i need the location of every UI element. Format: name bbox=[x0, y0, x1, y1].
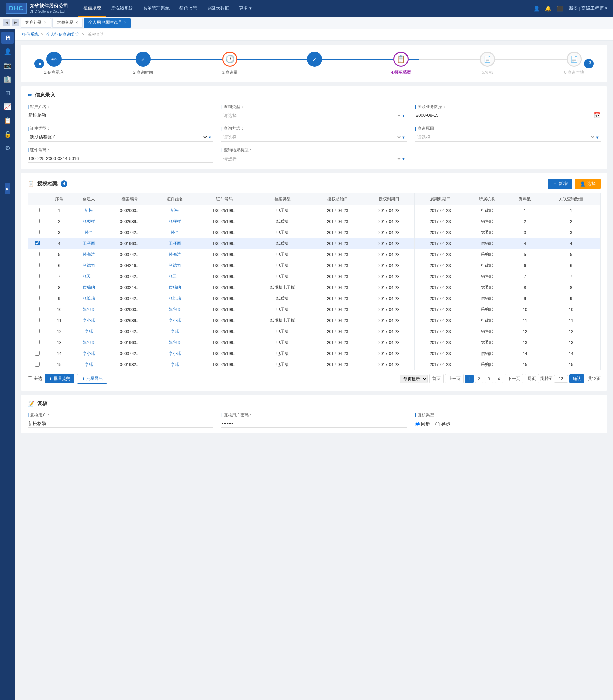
row-checkbox[interactable] bbox=[35, 285, 40, 289]
last-page-btn[interactable]: 尾页 bbox=[525, 374, 539, 383]
tab-user-attr-close[interactable]: ✕ bbox=[124, 21, 126, 24]
query-reason-select[interactable]: 请选择 bbox=[415, 133, 595, 141]
related-biz-calendar-icon[interactable]: 📅 bbox=[594, 112, 601, 118]
creator-link[interactable]: 李小瑶 bbox=[83, 318, 95, 323]
tab-transaction[interactable]: 大额交易 ✕ bbox=[52, 18, 83, 28]
cert-name-link[interactable]: 孙海涛 bbox=[169, 252, 181, 257]
user-icon[interactable]: 👤 bbox=[533, 5, 540, 12]
row-checkbox[interactable] bbox=[35, 219, 40, 223]
creator-link[interactable]: 李瑶 bbox=[85, 329, 93, 334]
creator-link[interactable]: 张长瑞 bbox=[83, 296, 95, 301]
tab-user-attr[interactable]: 个人用户属性管理 ✕ bbox=[84, 18, 131, 28]
cert-name-link[interactable]: 孙全 bbox=[171, 230, 179, 235]
first-page-btn[interactable]: 首页 bbox=[429, 374, 444, 383]
nav-link-list[interactable]: 名单管理系统 bbox=[138, 0, 175, 17]
batch-submit-btn[interactable]: ⬆ 批量提交 bbox=[45, 374, 74, 383]
cert-name-link[interactable]: 李小瑶 bbox=[169, 318, 181, 323]
steps-prev-btn[interactable]: ◀ bbox=[34, 59, 44, 68]
cert-name-link[interactable]: 李瑶 bbox=[171, 362, 179, 367]
page-confirm-btn[interactable]: 确认 bbox=[569, 374, 584, 383]
customer-name-input[interactable] bbox=[28, 111, 213, 119]
select-btn[interactable]: 👤 选择 bbox=[575, 179, 601, 189]
creator-link[interactable]: 陈包金 bbox=[83, 307, 95, 312]
row-checkbox[interactable] bbox=[35, 274, 40, 278]
review-sync-radio[interactable] bbox=[415, 422, 420, 426]
creator-link[interactable]: 新松 bbox=[85, 208, 93, 213]
nav-link-credit[interactable]: 征信系统 bbox=[78, 0, 106, 17]
creator-link[interactable]: 张天一 bbox=[83, 274, 95, 279]
user-info[interactable]: 新松 | 高级工程师 ▾ bbox=[569, 5, 607, 11]
creator-link[interactable]: 孙海涛 bbox=[83, 252, 95, 257]
creator-link[interactable]: 陈包金 bbox=[83, 340, 95, 345]
tab-customer[interactable]: 客户补录 ✕ bbox=[21, 18, 51, 28]
nav-link-more[interactable]: 更多 ▾ bbox=[234, 0, 256, 17]
cert-name-link[interactable]: 李小瑶 bbox=[169, 351, 181, 356]
nav-link-supervision[interactable]: 征信监管 bbox=[175, 0, 202, 17]
nav-link-aml[interactable]: 反洗钱系统 bbox=[106, 0, 138, 17]
tab-next-btn[interactable]: ▶ bbox=[12, 19, 19, 26]
cert-name-link[interactable]: 陈包金 bbox=[169, 307, 181, 312]
query-type-select[interactable]: 请选择 bbox=[221, 111, 402, 120]
review-user-input[interactable] bbox=[28, 420, 213, 428]
cert-num-input[interactable] bbox=[28, 155, 213, 163]
sidebar-item-chart[interactable]: 📈 bbox=[1, 100, 14, 113]
cert-name-link[interactable]: 陈包金 bbox=[169, 340, 181, 345]
row-checkbox[interactable] bbox=[35, 318, 40, 322]
cert-name-link[interactable]: 马德力 bbox=[169, 263, 181, 268]
creator-link[interactable]: 王泽西 bbox=[83, 241, 95, 246]
creator-link[interactable]: 孙全 bbox=[85, 230, 93, 235]
cert-name-link[interactable]: 王泽西 bbox=[169, 241, 181, 246]
creator-link[interactable]: 李瑶 bbox=[85, 362, 93, 367]
row-checkbox[interactable] bbox=[35, 307, 40, 311]
row-checkbox[interactable] bbox=[35, 263, 40, 267]
sidebar-item-monitor[interactable]: 🖥 bbox=[1, 32, 14, 44]
row-checkbox[interactable] bbox=[35, 329, 40, 333]
page-1-btn[interactable]: 1 bbox=[465, 375, 474, 383]
bell-icon[interactable]: 🔔 bbox=[545, 5, 552, 12]
cert-name-link[interactable]: 李瑶 bbox=[171, 329, 179, 334]
query-result-type-select[interactable]: 请选择 bbox=[221, 155, 402, 163]
tab-customer-close[interactable]: ✕ bbox=[44, 21, 46, 24]
cert-name-link[interactable]: 张天一 bbox=[169, 274, 181, 279]
page-2-btn[interactable]: 2 bbox=[475, 375, 484, 383]
creator-link[interactable]: 马德力 bbox=[83, 263, 95, 268]
sidebar-item-camera[interactable]: 📷 bbox=[1, 59, 14, 72]
row-checkbox[interactable] bbox=[35, 208, 40, 212]
new-btn[interactable]: ＋ 新增 bbox=[548, 179, 572, 189]
row-checkbox[interactable] bbox=[35, 241, 40, 245]
query-format-select[interactable]: 请选择 bbox=[221, 133, 402, 141]
sidebar-item-settings[interactable]: ⚙ bbox=[1, 142, 14, 154]
page-3-btn[interactable]: 3 bbox=[485, 375, 493, 383]
review-password-input[interactable] bbox=[221, 420, 407, 428]
row-checkbox[interactable] bbox=[35, 351, 40, 356]
row-checkbox[interactable] bbox=[35, 252, 40, 256]
page-jump-input[interactable] bbox=[554, 375, 568, 383]
next-page-btn[interactable]: 下一页 bbox=[505, 374, 523, 383]
page-4-btn[interactable]: 4 bbox=[495, 375, 503, 383]
check-all-input[interactable] bbox=[28, 376, 32, 381]
row-checkbox[interactable] bbox=[35, 362, 40, 367]
batch-export-btn[interactable]: ⬆ 批量导出 bbox=[77, 374, 107, 384]
creator-link[interactable]: 李小瑶 bbox=[83, 351, 95, 356]
prev-page-btn[interactable]: 上一页 bbox=[445, 374, 464, 383]
review-async-option[interactable]: 异步 bbox=[435, 421, 450, 427]
logout-icon[interactable]: ⬛ bbox=[557, 5, 563, 12]
cert-name-link[interactable]: 新松 bbox=[171, 208, 179, 213]
cert-name-link[interactable]: 张长瑞 bbox=[169, 296, 181, 301]
breadcrumb-credit[interactable]: 征信系统 bbox=[22, 32, 39, 37]
cert-type-select[interactable]: 活期储蓄账户 bbox=[28, 133, 208, 141]
row-checkbox[interactable] bbox=[35, 230, 40, 234]
review-async-radio[interactable] bbox=[435, 422, 440, 426]
tab-transaction-close[interactable]: ✕ bbox=[75, 21, 78, 24]
review-sync-option[interactable]: 同步 bbox=[415, 421, 430, 427]
breadcrumb-supervision[interactable]: 个人征信查询监管 bbox=[46, 32, 79, 37]
sidebar-item-user[interactable]: 👤 bbox=[1, 45, 14, 58]
cert-name-link[interactable]: 侯瑞纳 bbox=[169, 285, 181, 290]
page-size-select[interactable]: 每页显示 bbox=[400, 375, 428, 383]
sidebar-expand-btn[interactable]: ▶ bbox=[5, 183, 10, 194]
creator-link[interactable]: 侯瑞纳 bbox=[83, 285, 95, 290]
tab-prev-btn[interactable]: ◀ bbox=[3, 19, 10, 26]
nav-link-bigdata[interactable]: 金融大数据 bbox=[202, 0, 234, 17]
creator-link[interactable]: 张项样 bbox=[83, 219, 95, 224]
row-checkbox[interactable] bbox=[35, 296, 40, 300]
